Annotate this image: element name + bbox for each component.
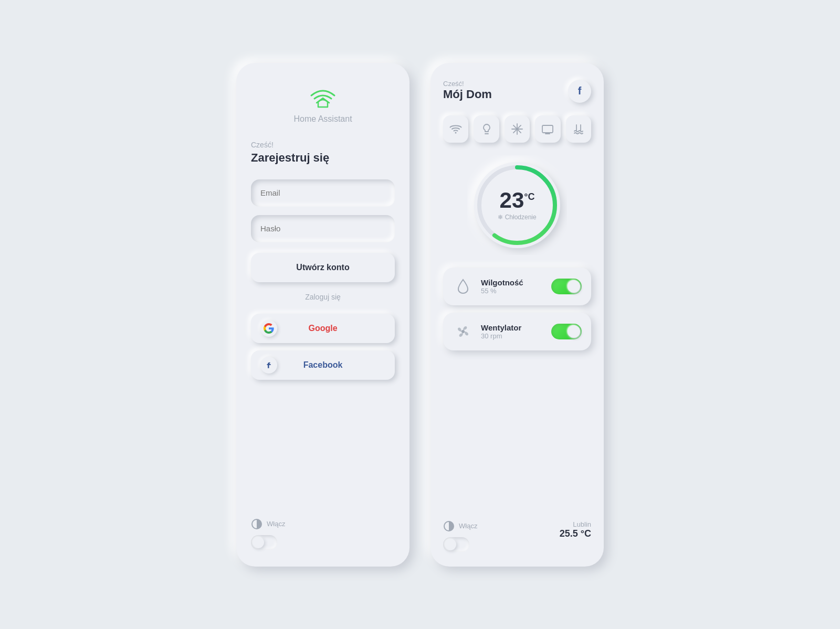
fan-value: 30 rpm bbox=[481, 332, 544, 340]
humidity-toggle-knob bbox=[568, 280, 580, 293]
svg-rect-8 bbox=[542, 125, 553, 133]
nav-pool-button[interactable] bbox=[566, 115, 591, 143]
toggle-knob-left bbox=[253, 537, 264, 548]
nav-wifi-button[interactable] bbox=[443, 115, 468, 143]
logo-area: Home Assistant bbox=[293, 84, 352, 124]
tv-icon bbox=[541, 123, 554, 135]
nav-snowflake-button[interactable] bbox=[505, 115, 530, 143]
email-input-wrapper bbox=[251, 179, 395, 207]
right-header: Cześć! Mój Dom f bbox=[443, 80, 591, 103]
home-name: Mój Dom bbox=[443, 88, 492, 101]
svg-point-2 bbox=[455, 132, 457, 133]
outdoor-temp: 25.5 °C bbox=[560, 528, 591, 539]
facebook-login-button[interactable]: Facebook bbox=[251, 350, 395, 380]
wifi-icon bbox=[449, 123, 462, 135]
fan-icon bbox=[453, 321, 474, 342]
temperature-value: 23°C bbox=[498, 189, 536, 211]
humidity-name: Wilgotność bbox=[481, 278, 544, 287]
pool-icon bbox=[572, 123, 585, 135]
humidity-info: Wilgotność 55 % bbox=[481, 278, 544, 295]
nav-icons-row bbox=[443, 115, 591, 143]
toggle-knob-right bbox=[445, 539, 456, 550]
google-icon bbox=[260, 320, 277, 337]
snowflake-icon bbox=[511, 123, 523, 135]
right-greeting-area: Cześć! Mój Dom bbox=[443, 80, 492, 101]
app-logo-icon bbox=[307, 84, 339, 110]
email-input[interactable] bbox=[251, 179, 395, 207]
right-greeting: Cześć! bbox=[443, 80, 492, 88]
fan-toggle-knob bbox=[568, 325, 580, 338]
temp-inner: 23°C ❄ Chłodzenie bbox=[498, 189, 536, 221]
password-input-wrapper bbox=[251, 215, 395, 242]
half-circle-icon-right bbox=[443, 520, 455, 532]
fan-card: Wentylator 30 rpm bbox=[443, 313, 591, 350]
city-name: Lublin bbox=[560, 520, 591, 528]
password-input[interactable] bbox=[251, 215, 395, 242]
facebook-icon bbox=[260, 357, 277, 374]
vlacz-toggle-right[interactable] bbox=[443, 537, 469, 552]
svg-point-16 bbox=[461, 330, 465, 333]
google-login-button[interactable]: Google bbox=[251, 314, 395, 343]
create-account-button[interactable]: Utwórz konto bbox=[251, 253, 395, 282]
app-title: Home Assistant bbox=[293, 114, 352, 124]
register-heading: Zarejestruj się bbox=[251, 151, 329, 165]
right-bottom-left: Włącz bbox=[443, 520, 477, 552]
vlacz-label-left: Włącz bbox=[267, 520, 285, 528]
login-link[interactable]: Zaloguj się bbox=[305, 293, 341, 301]
half-circle-icon-left bbox=[251, 518, 262, 530]
svg-point-7 bbox=[516, 128, 518, 130]
vlacz-toggle-left[interactable] bbox=[251, 535, 277, 550]
right-bottom-right: Lublin 25.5 °C bbox=[560, 520, 591, 539]
nav-tv-button[interactable] bbox=[535, 115, 560, 143]
lightbulb-icon bbox=[480, 123, 493, 135]
facebook-avatar[interactable]: f bbox=[568, 80, 591, 103]
humidity-value: 55 % bbox=[481, 287, 544, 295]
fan-name: Wentylator bbox=[481, 323, 544, 332]
humidity-icon bbox=[453, 276, 474, 297]
vlacz-label-right: Włącz bbox=[459, 522, 477, 530]
temp-mode: ❄ Chłodzenie bbox=[498, 214, 536, 221]
left-panel: Home Assistant Cześć! Zarejestruj się Ut… bbox=[236, 63, 410, 567]
fan-info: Wentylator 30 rpm bbox=[481, 323, 544, 340]
fan-toggle[interactable] bbox=[551, 324, 582, 339]
facebook-label: Facebook bbox=[303, 360, 343, 370]
humidity-toggle[interactable] bbox=[551, 279, 582, 294]
temperature-widget: 23°C ❄ Chłodzenie bbox=[443, 155, 591, 255]
left-bottom-row: Włącz bbox=[251, 518, 395, 550]
right-panel: Cześć! Mój Dom f bbox=[430, 63, 604, 567]
temp-circle-container: 23°C ❄ Chłodzenie bbox=[467, 155, 567, 255]
humidity-card: Wilgotność 55 % bbox=[443, 268, 591, 305]
vlacz-row-right: Włącz bbox=[443, 520, 477, 532]
right-bottom-row: Włącz Lublin 25.5 °C bbox=[443, 520, 591, 552]
vlacz-row-left: Włącz bbox=[251, 518, 285, 530]
left-greeting: Cześć! bbox=[251, 141, 274, 149]
google-label: Google bbox=[308, 324, 337, 333]
nav-light-button[interactable] bbox=[474, 115, 499, 143]
